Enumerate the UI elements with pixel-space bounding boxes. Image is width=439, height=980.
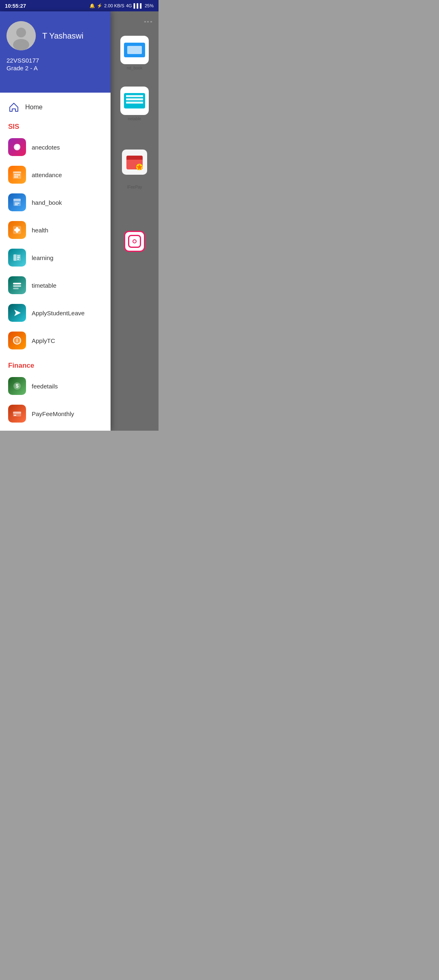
svg-point-10 — [17, 144, 20, 147]
sidebar-item-feedetails[interactable]: $ feedetails — [0, 372, 111, 400]
svg-rect-28 — [17, 257, 20, 258]
handbook-nav-label: hand_book — [32, 199, 62, 206]
svg-rect-27 — [17, 256, 20, 256]
sis-section-header: SIS — [0, 119, 111, 133]
timetable-nav-icon — [8, 276, 26, 294]
learning-label: learning — [32, 254, 53, 261]
svg-rect-15 — [18, 174, 20, 176]
svg-rect-19 — [13, 199, 21, 201]
sidebar-drawer: T Yashaswi 22VSS0177 Grade 2 - A Home SI… — [0, 11, 111, 431]
svg-rect-20 — [15, 203, 20, 204]
sidebar-item-timetable[interactable]: timetable — [0, 271, 111, 299]
apply-tc-label: ApplyTC — [32, 337, 55, 344]
svg-rect-16 — [14, 176, 16, 178]
attendance-label: attendance — [32, 171, 62, 178]
options-menu-button[interactable]: ⋮ — [143, 17, 153, 27]
sidebar-item-health[interactable]: health — [0, 216, 111, 244]
network-icon: 4G — [126, 3, 132, 8]
profile-header: T Yashaswi 22VSS0177 Grade 2 - A — [0, 11, 111, 93]
profile-id: 22VSS0177 — [7, 57, 104, 64]
svg-rect-30 — [13, 283, 21, 284]
sidebar-item-handbook[interactable]: hand_book — [0, 189, 111, 216]
sidebar-item-learning[interactable]: learning — [0, 244, 111, 271]
svg-rect-12 — [13, 171, 21, 173]
handbook-nav-icon — [8, 193, 26, 211]
calendar-card — [122, 150, 147, 175]
nav-content: Home SIS anecdotes — [0, 93, 111, 431]
sidebar-item-attendance[interactable]: attendance — [0, 161, 111, 189]
timetable-card: netable — [120, 87, 149, 121]
apply-leave-icon — [8, 304, 26, 322]
attendance-icon — [8, 166, 26, 184]
sidebar-item-home[interactable]: Home — [0, 96, 111, 119]
svg-rect-13 — [14, 174, 16, 176]
health-icon — [8, 221, 26, 239]
feedetails-label: feedetails — [32, 383, 58, 390]
profile-name: T Yashaswi — [42, 31, 83, 41]
timetable-card-icon — [120, 87, 149, 115]
sidebar-item-payfeemonthly[interactable]: PayFeeMonthly — [0, 400, 111, 427]
handbook-card: nd_book — [120, 36, 149, 70]
health-label: health — [32, 227, 48, 234]
apply-leave-label: ApplyStudentLeave — [32, 310, 85, 317]
timetable-nav-label: timetable — [32, 282, 57, 289]
svg-rect-21 — [15, 204, 18, 205]
handbook-card-icon — [120, 36, 149, 64]
svg-rect-24 — [14, 229, 20, 231]
apply-tc-icon: i — [8, 332, 26, 349]
svg-marker-33 — [14, 310, 21, 316]
finance-label: Finance — [8, 362, 34, 369]
anecdotes-label: anecdotes — [32, 144, 60, 151]
profile-grade: Grade 2 - A — [7, 65, 104, 72]
payfeemonthly-icon — [8, 405, 26, 423]
svg-rect-32 — [13, 288, 19, 289]
svg-point-6 — [16, 28, 26, 37]
battery-indicator: 25% — [145, 3, 154, 8]
svg-rect-31 — [13, 285, 21, 287]
status-bar: 10:55:27 🔔 ⚡ 2.00 KB/S 4G ▌▌▌ 25% — [0, 0, 159, 11]
bluetooth-icon: ⚡ — [97, 3, 102, 9]
status-time: 10:55:27 — [5, 3, 26, 9]
home-icon — [8, 102, 20, 113]
svg-rect-40 — [13, 412, 21, 414]
timetable-label: netable — [128, 117, 141, 121]
sidebar-item-apply-leave[interactable]: ApplyStudentLeave — [0, 299, 111, 327]
svg-rect-29 — [17, 259, 19, 260]
anecdotes-icon — [8, 138, 26, 156]
sis-label: SIS — [8, 123, 19, 130]
feedetails-icon: $ — [8, 377, 26, 395]
main-layout: ⋮ nd_book — [0, 11, 159, 431]
sidebar-item-anecdotes[interactable]: anecdotes — [0, 133, 111, 161]
svg-rect-17 — [16, 176, 18, 178]
svg-rect-2 — [126, 158, 143, 160]
right-panel: nd_book netable — [111, 11, 159, 431]
payfeemonthly-label: PayFeeMonthly — [32, 410, 74, 417]
data-speed: 2.00 KB/S — [104, 3, 124, 8]
calendar-icon — [122, 150, 147, 175]
status-icons: 🔔 ⚡ 2.00 KB/S 4G ▌▌▌ 25% — [89, 3, 154, 9]
svg-rect-14 — [16, 174, 18, 176]
svg-rect-41 — [14, 415, 16, 416]
svg-rect-26 — [13, 254, 16, 261]
svg-text:$: $ — [15, 383, 19, 389]
sidebar-item-apply-tc[interactable]: i ApplyTC — [0, 327, 111, 354]
instagram-area — [124, 231, 145, 252]
svg-text:i: i — [16, 338, 17, 343]
profile-top: T Yashaswi — [7, 21, 104, 50]
learning-icon — [8, 249, 26, 267]
home-label: Home — [25, 104, 43, 111]
notification-icon: 🔔 — [89, 3, 95, 9]
avatar — [7, 21, 36, 50]
svg-point-7 — [13, 39, 29, 50]
ifeepay-label: IFeePay — [127, 183, 142, 190]
signal-bars: ▌▌▌ — [134, 3, 143, 8]
handbook-label: nd_book — [127, 66, 142, 70]
finance-section-header: Finance — [0, 358, 111, 372]
